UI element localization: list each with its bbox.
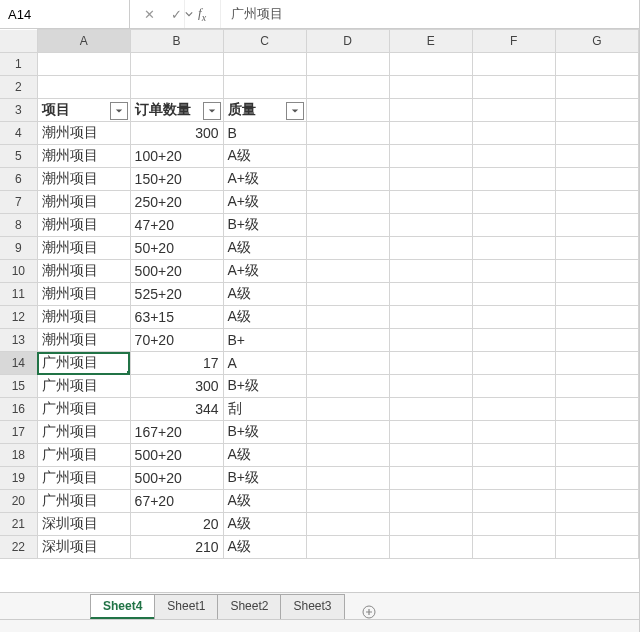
- cell[interactable]: [555, 214, 638, 237]
- row-header[interactable]: 11: [0, 283, 37, 306]
- name-box[interactable]: [0, 0, 130, 28]
- cell[interactable]: [306, 444, 389, 467]
- row-header[interactable]: 8: [0, 214, 37, 237]
- col-header-C[interactable]: C: [223, 30, 306, 53]
- cell[interactable]: [472, 444, 555, 467]
- filter-dropdown-icon[interactable]: [286, 102, 304, 120]
- cell[interactable]: [306, 99, 389, 122]
- cell[interactable]: [555, 260, 638, 283]
- cell[interactable]: [555, 467, 638, 490]
- col-header-A[interactable]: A: [37, 30, 130, 53]
- cell[interactable]: [555, 237, 638, 260]
- cell[interactable]: [389, 214, 472, 237]
- sheet-tab[interactable]: Sheet3: [280, 594, 344, 619]
- cell[interactable]: 300: [130, 375, 223, 398]
- cell[interactable]: [130, 76, 223, 99]
- cell[interactable]: [37, 76, 130, 99]
- cell[interactable]: [389, 306, 472, 329]
- cell[interactable]: 广州项目: [37, 467, 130, 490]
- row-header[interactable]: 13: [0, 329, 37, 352]
- cell[interactable]: 订单数量: [130, 99, 223, 122]
- cell[interactable]: [306, 283, 389, 306]
- cell[interactable]: 项目: [37, 99, 130, 122]
- cell[interactable]: [130, 53, 223, 76]
- cell[interactable]: A级: [223, 145, 306, 168]
- row-header[interactable]: 18: [0, 444, 37, 467]
- cell[interactable]: 500+20: [130, 260, 223, 283]
- cell[interactable]: [472, 421, 555, 444]
- cell[interactable]: [306, 53, 389, 76]
- cell[interactable]: [472, 283, 555, 306]
- cell[interactable]: A级: [223, 283, 306, 306]
- row-header[interactable]: 17: [0, 421, 37, 444]
- row-header[interactable]: 3: [0, 99, 37, 122]
- cell[interactable]: 潮州项目: [37, 122, 130, 145]
- col-header-G[interactable]: G: [555, 30, 638, 53]
- cell[interactable]: [555, 53, 638, 76]
- row-header[interactable]: 15: [0, 375, 37, 398]
- row-header[interactable]: 2: [0, 76, 37, 99]
- cell[interactable]: [472, 329, 555, 352]
- cell[interactable]: [389, 444, 472, 467]
- cell[interactable]: [472, 306, 555, 329]
- cell[interactable]: 潮州项目: [37, 329, 130, 352]
- cell[interactable]: [555, 421, 638, 444]
- cell[interactable]: [472, 513, 555, 536]
- cell[interactable]: [555, 283, 638, 306]
- cell[interactable]: [306, 490, 389, 513]
- cell[interactable]: 潮州项目: [37, 145, 130, 168]
- cell[interactable]: 广州项目: [37, 375, 130, 398]
- cell[interactable]: [306, 421, 389, 444]
- cell[interactable]: [472, 145, 555, 168]
- cell[interactable]: [389, 398, 472, 421]
- cell[interactable]: [472, 536, 555, 559]
- cell[interactable]: [306, 467, 389, 490]
- cell[interactable]: [555, 398, 638, 421]
- cell[interactable]: 刮: [223, 398, 306, 421]
- cell[interactable]: 潮州项目: [37, 237, 130, 260]
- cell[interactable]: 深圳项目: [37, 513, 130, 536]
- cell[interactable]: [223, 53, 306, 76]
- cell[interactable]: 250+20: [130, 191, 223, 214]
- cell[interactable]: [389, 76, 472, 99]
- cell[interactable]: 150+20: [130, 168, 223, 191]
- cell[interactable]: [555, 99, 638, 122]
- cell[interactable]: B: [223, 122, 306, 145]
- cell[interactable]: [555, 329, 638, 352]
- cell[interactable]: [472, 76, 555, 99]
- cell[interactable]: [555, 122, 638, 145]
- col-header-D[interactable]: D: [306, 30, 389, 53]
- cell[interactable]: [389, 490, 472, 513]
- cell[interactable]: [555, 306, 638, 329]
- cell[interactable]: 47+20: [130, 214, 223, 237]
- cell[interactable]: [389, 352, 472, 375]
- cell[interactable]: [555, 191, 638, 214]
- cell[interactable]: 344: [130, 398, 223, 421]
- cell[interactable]: [555, 76, 638, 99]
- cell[interactable]: A级: [223, 444, 306, 467]
- fx-icon[interactable]: fx: [198, 5, 206, 23]
- cell[interactable]: [389, 168, 472, 191]
- cell[interactable]: [389, 53, 472, 76]
- row-header[interactable]: 4: [0, 122, 37, 145]
- cell[interactable]: [306, 306, 389, 329]
- row-header[interactable]: 12: [0, 306, 37, 329]
- cell[interactable]: 潮州项目: [37, 214, 130, 237]
- cell[interactable]: [389, 467, 472, 490]
- cell[interactable]: A级: [223, 306, 306, 329]
- col-header-F[interactable]: F: [472, 30, 555, 53]
- cell[interactable]: [472, 191, 555, 214]
- cell[interactable]: [389, 237, 472, 260]
- cell[interactable]: 500+20: [130, 444, 223, 467]
- row-header[interactable]: 21: [0, 513, 37, 536]
- cell[interactable]: [306, 260, 389, 283]
- cell[interactable]: A级: [223, 490, 306, 513]
- cell[interactable]: [472, 99, 555, 122]
- cell[interactable]: [555, 444, 638, 467]
- row-header[interactable]: 5: [0, 145, 37, 168]
- cell[interactable]: B+级: [223, 375, 306, 398]
- cell[interactable]: [389, 513, 472, 536]
- cell[interactable]: A+级: [223, 260, 306, 283]
- cell[interactable]: A+级: [223, 191, 306, 214]
- cell[interactable]: 167+20: [130, 421, 223, 444]
